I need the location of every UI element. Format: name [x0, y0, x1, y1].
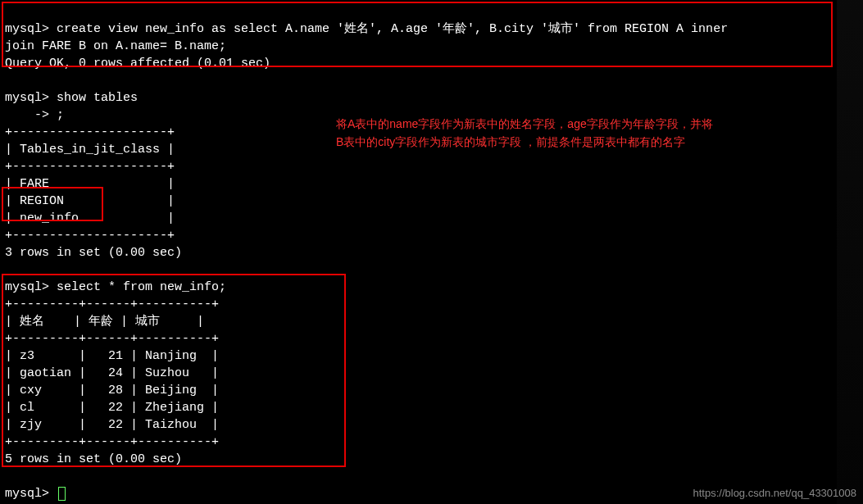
tables-rowcount: 3 rows in set (0.00 sec): [5, 246, 182, 260]
tables-header: | Tables_in_jit_class |: [5, 143, 175, 157]
annotation-text: 将A表中的name字段作为新表中的姓名字段，age字段作为年龄字段，并将 B表中…: [336, 115, 795, 152]
ni-row: | cl | 22 | Zhejiang |: [5, 401, 219, 415]
cursor-icon: [58, 487, 66, 501]
table-row: | new_info |: [5, 211, 175, 225]
sql-create-view-line2: join FARE B on A.name= B.name;: [5, 39, 226, 53]
terminal-output: mysql> create view new_info as select A.…: [5, 3, 858, 502]
watermark-text: https://blog.csdn.net/qq_43301008: [693, 486, 857, 501]
table-row: | FARE |: [5, 177, 175, 191]
final-prompt[interactable]: mysql>: [5, 487, 57, 501]
annotation-line2: B表中的city字段作为新表的城市字段 ，前提条件是两表中都有的名字: [336, 135, 685, 148]
ni-sep-top: +---------+------+----------+: [5, 297, 219, 311]
ni-header: | 姓名 | 年龄 | 城市 |: [5, 315, 204, 329]
create-result: Query OK, 0 rows affected (0.01 sec): [5, 57, 270, 70]
sql-create-view-line1: mysql> create view new_info as select A.…: [5, 22, 728, 36]
annotation-line1: 将A表中的name字段作为新表中的姓名字段，age字段作为年龄字段，并将: [336, 117, 713, 130]
ni-sep-mid: +---------+------+----------+: [5, 332, 219, 346]
ni-sep-bot: +---------+------+----------+: [5, 435, 219, 449]
ni-row: | gaotian | 24 | Suzhou |: [5, 366, 219, 380]
ni-rowcount: 5 rows in set (0.00 sec): [5, 452, 182, 466]
tables-sep-top: +---------------------+: [5, 125, 175, 139]
ni-row: | zjy | 22 | Taizhou |: [5, 418, 219, 432]
scrollbar-artifact: [837, 0, 863, 504]
tables-sep-mid: +---------------------+: [5, 160, 175, 174]
sql-select: mysql> select * from new_info;: [5, 280, 226, 294]
table-row: | REGION |: [5, 194, 175, 208]
ni-row: | z3 | 21 | Nanjing |: [5, 349, 219, 363]
ni-row: | cxy | 28 | Beijing |: [5, 384, 219, 397]
tables-sep-bot: +---------------------+: [5, 229, 175, 243]
sql-show-tables: mysql> show tables: [5, 91, 138, 105]
sql-show-tables-cont: -> ;: [5, 108, 64, 122]
